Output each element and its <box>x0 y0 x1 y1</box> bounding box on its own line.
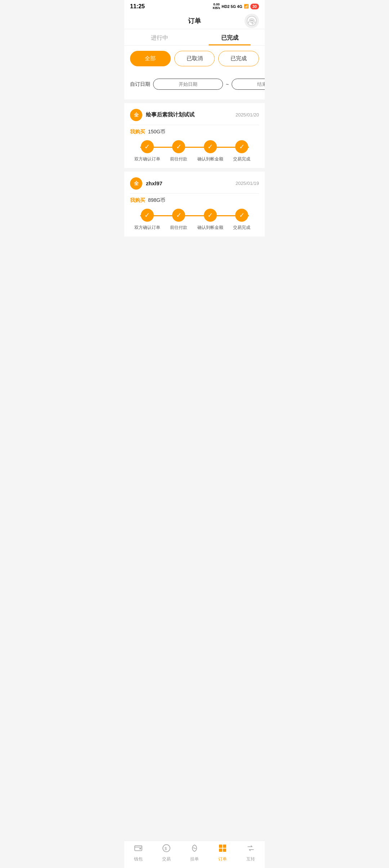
step-label-2-2: 前往付款 <box>170 225 187 231</box>
date-filter: 自订日期 ~ 查询 <box>124 71 265 99</box>
svg-point-3 <box>251 20 252 21</box>
step-circle-2-3: ✓ <box>204 209 217 222</box>
order-buy-info-1: 我购买 150G币 <box>130 129 259 135</box>
nav-pending[interactable]: 挂单 <box>184 844 205 862</box>
step-circle-2-4: ✓ <box>235 209 248 222</box>
nav-pending-label: 挂单 <box>190 856 199 862</box>
orders-icon <box>218 844 227 855</box>
wallet-icon <box>134 844 143 855</box>
step-1-1: ✓ 双方确认订单 <box>131 140 163 162</box>
trade-icon: $ <box>162 844 171 855</box>
step-circle-1-4: ✓ <box>235 140 248 153</box>
order-header-2: 全 zhxl97 2025/01/19 <box>130 177 259 190</box>
order-badge-1: 全 <box>130 109 142 121</box>
step-circle-1-1: ✓ <box>141 140 154 153</box>
svg-rect-7 <box>139 848 141 849</box>
nav-orders-label: 订单 <box>218 856 227 862</box>
step-1-3: ✓ 确认到帐金额 <box>194 140 226 162</box>
order-buy-amount-1: 150G币 <box>148 129 165 134</box>
step-label-1-3: 确认到帐金额 <box>197 156 223 162</box>
tab-completed[interactable]: 已完成 <box>194 29 265 45</box>
filter-buttons: 全部 已取消 已完成 <box>130 51 259 66</box>
step-label-1-1: 双方确认订单 <box>134 156 160 162</box>
order-buy-label-2: 我购买 <box>130 197 145 203</box>
svg-point-4 <box>252 20 253 21</box>
svg-rect-13 <box>223 849 226 852</box>
step-circle-1-3: ✓ <box>204 140 217 153</box>
step-2-4: ✓ 交易完成 <box>226 209 258 231</box>
status-bar: 11:25 0.00KB/s HD2 5G 4G 📶 30 <box>124 0 265 12</box>
svg-rect-10 <box>219 845 222 848</box>
status-right: 0.00KB/s HD2 5G 4G 📶 30 <box>213 3 259 10</box>
nav-trade[interactable]: $ 交易 <box>156 844 177 862</box>
order-date-2: 2025/01/19 <box>236 181 259 186</box>
step-1-2: ✓ 前往付款 <box>163 140 195 162</box>
pending-icon <box>190 844 199 855</box>
order-buy-info-2: 我购买 898G币 <box>130 197 259 204</box>
tab-bar: 进行中 已完成 <box>124 29 265 46</box>
step-2-2: ✓ 前往付款 <box>163 209 195 231</box>
status-time: 11:25 <box>130 3 145 10</box>
transfer-icon <box>246 844 255 855</box>
order-card-1[interactable]: 全 绘事后素我计划试试 2025/01/20 我购买 150G币 ✓ 双方确认订… <box>124 103 265 168</box>
order-divider-1 <box>130 125 259 125</box>
nav-trade-label: 交易 <box>162 856 171 862</box>
nav-wallet[interactable]: 钱包 <box>128 844 149 862</box>
step-label-1-2: 前往付款 <box>170 156 187 162</box>
svg-rect-11 <box>223 845 226 848</box>
end-date-input[interactable] <box>232 79 265 90</box>
battery-level: 30 <box>250 4 259 9</box>
filter-section: 全部 已取消 已完成 <box>124 46 265 71</box>
order-date-1: 2025/01/20 <box>236 112 259 118</box>
svg-rect-12 <box>219 849 222 852</box>
signal-bars: 📶 <box>244 4 249 9</box>
step-2-1: ✓ 双方确认订单 <box>131 209 163 231</box>
step-label-2-1: 双方确认订单 <box>134 225 160 231</box>
svg-point-5 <box>252 23 254 24</box>
svg-text:$: $ <box>165 846 167 851</box>
date-separator: ~ <box>226 81 229 87</box>
order-name-2: zhxl97 <box>146 180 162 186</box>
order-buy-label-1: 我购买 <box>130 129 145 134</box>
step-label-1-4: 交易完成 <box>233 156 250 162</box>
start-date-input[interactable] <box>153 79 223 90</box>
page-header: 订单 <box>124 12 265 29</box>
bottom-nav: 钱包 $ 交易 挂单 订单 <box>124 841 265 868</box>
network-type: HD2 5G 4G <box>222 4 242 9</box>
filter-finished[interactable]: 已完成 <box>218 51 259 66</box>
progress-steps-1: ✓ 双方确认订单 ✓ 前往付款 ✓ 确认到帐金额 ✓ 交易完成 <box>130 140 259 162</box>
order-buy-amount-2: 898G币 <box>148 197 165 203</box>
step-label-2-3: 确认到帐金额 <box>197 225 223 231</box>
step-circle-2-1: ✓ <box>141 209 154 222</box>
page-title: 订单 <box>188 17 201 25</box>
order-badge-2: 全 <box>130 177 142 190</box>
nav-wallet-label: 钱包 <box>134 856 143 862</box>
order-header-1: 全 绘事后素我计划试试 2025/01/20 <box>130 109 259 121</box>
order-name-1: 绘事后素我计划试试 <box>146 111 194 118</box>
filter-all[interactable]: 全部 <box>130 51 171 66</box>
step-1-4: ✓ 交易完成 <box>226 140 258 162</box>
nav-orders[interactable]: 订单 <box>212 844 233 862</box>
step-label-2-4: 交易完成 <box>233 225 250 231</box>
step-circle-2-2: ✓ <box>172 209 185 222</box>
progress-steps-2: ✓ 双方确认订单 ✓ 前往付款 ✓ 确认到帐金额 ✓ 交易完成 <box>130 209 259 231</box>
step-2-3: ✓ 确认到帐金额 <box>194 209 226 231</box>
date-filter-label: 自订日期 <box>130 81 150 88</box>
nav-transfer-label: 互转 <box>246 856 255 862</box>
network-speed: 0.00KB/s <box>213 3 220 10</box>
order-card-2[interactable]: 全 zhxl97 2025/01/19 我购买 898G币 ✓ 双方确认订单 ✓… <box>124 172 265 236</box>
tab-in-progress[interactable]: 进行中 <box>124 29 194 45</box>
svg-point-2 <box>250 20 251 21</box>
step-circle-1-2: ✓ <box>172 140 185 153</box>
filter-cancelled[interactable]: 已取消 <box>174 51 215 66</box>
orders-list: 全 绘事后素我计划试试 2025/01/20 我购买 150G币 ✓ 双方确认订… <box>124 99 265 244</box>
order-divider-2 <box>130 193 259 194</box>
nav-transfer[interactable]: 互转 <box>240 844 261 862</box>
customer-service-button[interactable] <box>245 14 259 28</box>
